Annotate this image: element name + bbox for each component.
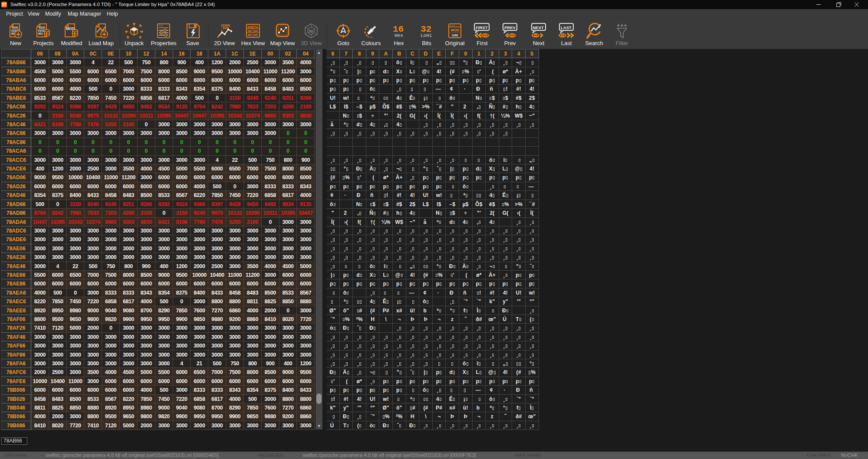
svg-text:0101: 0101: [38, 29, 45, 32]
svg-text:0101: 0101: [39, 26, 46, 29]
svg-text:LoHi: LoHi: [421, 33, 432, 38]
svg-text:ORI: ORI: [452, 33, 458, 37]
svg-text:PREV: PREV: [504, 25, 516, 30]
svg-text:MOD: MOD: [451, 28, 459, 32]
svg-text:FIRST: FIRST: [476, 25, 488, 30]
svg-text:00: 00: [254, 33, 258, 37]
svg-text:0101: 0101: [12, 26, 19, 29]
svg-text:LAST: LAST: [561, 25, 572, 30]
svg-text:80: 80: [248, 33, 252, 37]
svg-text:Hex: Hex: [395, 33, 403, 38]
svg-text:001: 001: [38, 32, 43, 35]
svg-text:3D: 3D: [309, 29, 314, 33]
svg-text:NEXT: NEXT: [533, 25, 544, 30]
